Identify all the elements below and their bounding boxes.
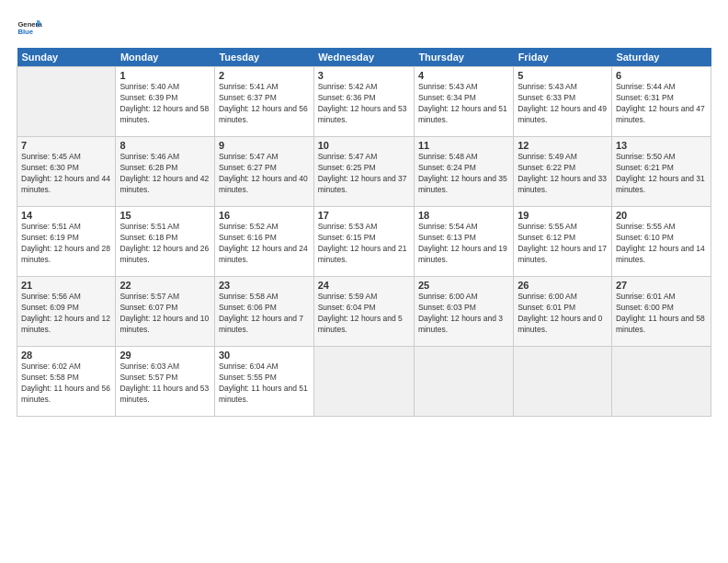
day-info: Sunrise: 5:46 AMSunset: 6:28 PMDaylight:…	[119, 152, 210, 196]
day-cell: 30Sunrise: 6:04 AMSunset: 5:55 PMDayligh…	[214, 347, 313, 417]
day-number: 3	[318, 70, 410, 81]
day-info: Sunrise: 5:44 AMSunset: 6:31 PMDaylight:…	[616, 82, 707, 126]
day-number: 8	[119, 140, 210, 151]
col-header-friday: Friday	[514, 48, 612, 67]
day-info: Sunrise: 6:03 AMSunset: 5:57 PMDaylight:…	[119, 362, 210, 406]
day-cell: 15Sunrise: 5:51 AMSunset: 6:18 PMDayligh…	[116, 207, 215, 277]
day-number: 28	[21, 350, 111, 361]
day-cell: 24Sunrise: 5:59 AMSunset: 6:04 PMDayligh…	[313, 277, 414, 347]
page: General Blue SundayMondayTuesdayWednesda…	[0, 0, 728, 563]
col-header-tuesday: Tuesday	[214, 48, 313, 67]
week-row: 7Sunrise: 5:45 AMSunset: 6:30 PMDaylight…	[17, 137, 711, 207]
day-info: Sunrise: 5:48 AMSunset: 6:24 PMDaylight:…	[418, 152, 509, 196]
day-number: 29	[119, 350, 210, 361]
day-number: 2	[219, 70, 310, 81]
day-info: Sunrise: 5:43 AMSunset: 6:33 PMDaylight:…	[518, 82, 608, 126]
col-header-saturday: Saturday	[611, 48, 711, 67]
day-info: Sunrise: 5:51 AMSunset: 6:19 PMDaylight:…	[21, 222, 111, 266]
day-info: Sunrise: 6:04 AMSunset: 5:55 PMDaylight:…	[219, 362, 310, 406]
day-cell: 28Sunrise: 6:02 AMSunset: 5:58 PMDayligh…	[17, 347, 116, 417]
day-cell: 22Sunrise: 5:57 AMSunset: 6:07 PMDayligh…	[116, 277, 215, 347]
day-number: 30	[219, 350, 310, 361]
day-info: Sunrise: 5:45 AMSunset: 6:30 PMDaylight:…	[21, 152, 111, 196]
col-header-wednesday: Wednesday	[313, 48, 414, 67]
day-number: 27	[616, 280, 707, 291]
day-cell: 18Sunrise: 5:54 AMSunset: 6:13 PMDayligh…	[414, 207, 513, 277]
day-cell: 8Sunrise: 5:46 AMSunset: 6:28 PMDaylight…	[116, 137, 215, 207]
day-cell: 9Sunrise: 5:47 AMSunset: 6:27 PMDaylight…	[214, 137, 313, 207]
week-row: 21Sunrise: 5:56 AMSunset: 6:09 PMDayligh…	[17, 277, 711, 347]
day-cell: 16Sunrise: 5:52 AMSunset: 6:16 PMDayligh…	[214, 207, 313, 277]
day-number: 13	[616, 140, 707, 151]
day-info: Sunrise: 5:56 AMSunset: 6:09 PMDaylight:…	[21, 292, 111, 336]
col-header-thursday: Thursday	[414, 48, 513, 67]
day-cell: 14Sunrise: 5:51 AMSunset: 6:19 PMDayligh…	[17, 207, 116, 277]
day-info: Sunrise: 5:49 AMSunset: 6:22 PMDaylight:…	[518, 152, 608, 196]
svg-text:Blue: Blue	[17, 28, 33, 36]
day-cell: 26Sunrise: 6:00 AMSunset: 6:01 PMDayligh…	[514, 277, 612, 347]
day-cell: 6Sunrise: 5:44 AMSunset: 6:31 PMDaylight…	[611, 67, 711, 137]
day-cell: 13Sunrise: 5:50 AMSunset: 6:21 PMDayligh…	[611, 137, 711, 207]
header: General Blue	[17, 15, 711, 40]
day-number: 25	[418, 280, 509, 291]
day-info: Sunrise: 6:00 AMSunset: 6:01 PMDaylight:…	[518, 292, 608, 336]
day-cell: 25Sunrise: 6:00 AMSunset: 6:03 PMDayligh…	[414, 277, 513, 347]
day-info: Sunrise: 6:01 AMSunset: 6:00 PMDaylight:…	[616, 292, 707, 336]
day-cell: 5Sunrise: 5:43 AMSunset: 6:33 PMDaylight…	[514, 67, 612, 137]
logo-icon: General Blue	[17, 15, 42, 40]
logo: General Blue	[17, 15, 42, 40]
day-number: 1	[119, 70, 210, 81]
day-info: Sunrise: 5:55 AMSunset: 6:10 PMDaylight:…	[616, 222, 707, 266]
week-row: 14Sunrise: 5:51 AMSunset: 6:19 PMDayligh…	[17, 207, 711, 277]
day-number: 12	[518, 140, 608, 151]
day-cell: 1Sunrise: 5:40 AMSunset: 6:39 PMDaylight…	[116, 67, 215, 137]
empty-cell	[414, 347, 513, 417]
day-number: 20	[616, 210, 707, 221]
empty-cell	[313, 347, 414, 417]
day-number: 6	[616, 70, 707, 81]
day-cell: 10Sunrise: 5:47 AMSunset: 6:25 PMDayligh…	[313, 137, 414, 207]
day-info: Sunrise: 5:50 AMSunset: 6:21 PMDaylight:…	[616, 152, 707, 196]
col-header-sunday: Sunday	[17, 48, 116, 67]
day-number: 22	[119, 280, 210, 291]
day-info: Sunrise: 6:02 AMSunset: 5:58 PMDaylight:…	[21, 362, 111, 406]
day-number: 7	[21, 140, 111, 151]
day-number: 19	[518, 210, 608, 221]
day-cell: 7Sunrise: 5:45 AMSunset: 6:30 PMDaylight…	[17, 137, 116, 207]
day-cell: 23Sunrise: 5:58 AMSunset: 6:06 PMDayligh…	[214, 277, 313, 347]
day-number: 4	[418, 70, 509, 81]
day-info: Sunrise: 5:53 AMSunset: 6:15 PMDaylight:…	[318, 222, 410, 266]
day-cell: 2Sunrise: 5:41 AMSunset: 6:37 PMDaylight…	[214, 67, 313, 137]
day-info: Sunrise: 5:54 AMSunset: 6:13 PMDaylight:…	[418, 222, 509, 266]
day-number: 24	[318, 280, 410, 291]
day-number: 11	[418, 140, 509, 151]
day-number: 14	[21, 210, 111, 221]
day-number: 10	[318, 140, 410, 151]
day-cell: 21Sunrise: 5:56 AMSunset: 6:09 PMDayligh…	[17, 277, 116, 347]
day-info: Sunrise: 5:41 AMSunset: 6:37 PMDaylight:…	[219, 82, 310, 126]
day-number: 17	[318, 210, 410, 221]
day-number: 5	[518, 70, 608, 81]
day-info: Sunrise: 5:47 AMSunset: 6:27 PMDaylight:…	[219, 152, 310, 196]
day-info: Sunrise: 5:51 AMSunset: 6:18 PMDaylight:…	[119, 222, 210, 266]
day-info: Sunrise: 5:42 AMSunset: 6:36 PMDaylight:…	[318, 82, 410, 126]
day-info: Sunrise: 5:57 AMSunset: 6:07 PMDaylight:…	[119, 292, 210, 336]
day-cell: 20Sunrise: 5:55 AMSunset: 6:10 PMDayligh…	[611, 207, 711, 277]
week-row: 28Sunrise: 6:02 AMSunset: 5:58 PMDayligh…	[17, 347, 711, 417]
day-number: 16	[219, 210, 310, 221]
day-cell: 11Sunrise: 5:48 AMSunset: 6:24 PMDayligh…	[414, 137, 513, 207]
day-cell: 4Sunrise: 5:43 AMSunset: 6:34 PMDaylight…	[414, 67, 513, 137]
col-header-monday: Monday	[116, 48, 215, 67]
empty-cell	[17, 67, 116, 137]
day-number: 23	[219, 280, 310, 291]
calendar-table: SundayMondayTuesdayWednesdayThursdayFrid…	[17, 48, 711, 417]
day-info: Sunrise: 6:00 AMSunset: 6:03 PMDaylight:…	[418, 292, 509, 336]
day-cell: 12Sunrise: 5:49 AMSunset: 6:22 PMDayligh…	[514, 137, 612, 207]
day-info: Sunrise: 5:59 AMSunset: 6:04 PMDaylight:…	[318, 292, 410, 336]
day-cell: 27Sunrise: 6:01 AMSunset: 6:00 PMDayligh…	[611, 277, 711, 347]
header-row: SundayMondayTuesdayWednesdayThursdayFrid…	[17, 48, 711, 67]
day-number: 15	[119, 210, 210, 221]
empty-cell	[611, 347, 711, 417]
day-number: 9	[219, 140, 310, 151]
day-cell: 19Sunrise: 5:55 AMSunset: 6:12 PMDayligh…	[514, 207, 612, 277]
